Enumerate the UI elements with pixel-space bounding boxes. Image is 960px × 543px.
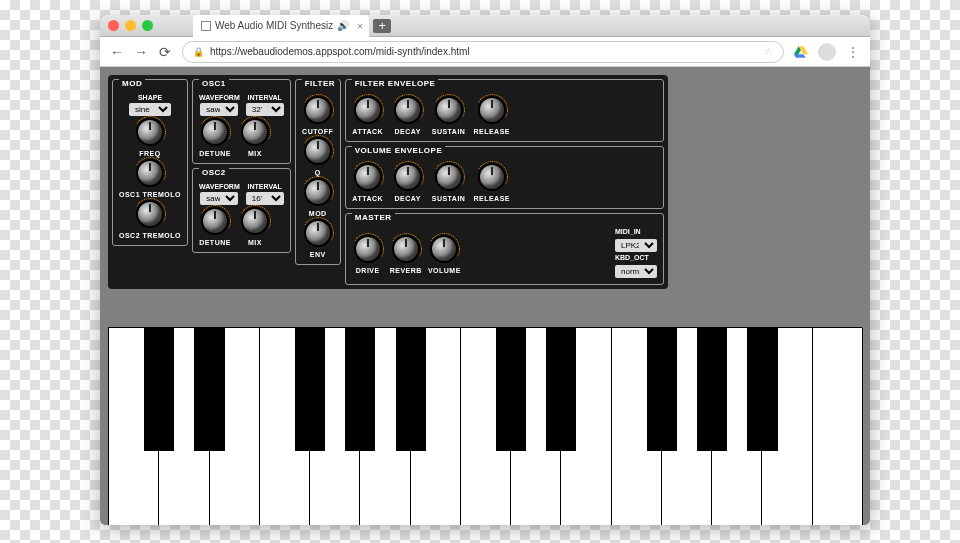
cutoff-knob[interactable] [304, 96, 332, 124]
q-knob[interactable] [304, 137, 332, 165]
audio-icon: 🔊 [337, 20, 349, 31]
reverb-knob[interactable] [392, 235, 420, 263]
new-tab-button[interactable]: + [373, 19, 391, 33]
bookmark-icon[interactable]: ☆ [764, 46, 773, 57]
osc2-mix-knob[interactable] [241, 207, 269, 235]
maximize-button[interactable] [142, 20, 153, 31]
mod-group: mod SHAPE sine FREQ OSC1 Tremolo OSC2 Tr… [112, 79, 188, 246]
venv-sustain-label: Sustain [432, 195, 466, 202]
drive-label: Drive [356, 267, 380, 274]
reverb-label: Reverb [390, 267, 422, 274]
venv-sustain-knob[interactable] [435, 163, 463, 191]
black-key[interactable] [647, 328, 677, 451]
osc2-interval-select[interactable]: 16' [246, 192, 284, 205]
window-controls [108, 20, 153, 31]
user-avatar[interactable] [818, 43, 836, 61]
shape-select[interactable]: sine [129, 103, 171, 116]
page-icon [201, 21, 211, 31]
fenv-decay-knob[interactable] [394, 96, 422, 124]
black-key[interactable] [496, 328, 526, 451]
black-key[interactable] [144, 328, 174, 451]
drive-icon[interactable] [794, 45, 808, 59]
browser-window: Web Audio MIDI Synthesiz 🔊 × + ← → ⟳ 🔒 h… [100, 15, 870, 525]
kbd-oct-select[interactable]: norma [615, 265, 657, 278]
fenv-decay-label: Decay [395, 128, 421, 135]
venv-decay-label: Decay [395, 195, 421, 202]
piano-keyboard[interactable] [108, 327, 862, 525]
volume-label: Volume [428, 267, 461, 274]
volume-envelope-group: Volume Envelope Attack Decay Sustain Rel… [345, 146, 664, 209]
close-button[interactable] [108, 20, 119, 31]
fenv-attack-label: Attack [352, 128, 383, 135]
osc1-title: OSC1 [199, 79, 229, 88]
fenv-title: Filter Envelope [352, 79, 439, 88]
kbd-oct-label: KBD_OCT [615, 254, 657, 261]
fenv-release-label: Release [473, 128, 510, 135]
black-key[interactable] [295, 328, 325, 451]
osc1-detune-label: Detune [199, 150, 231, 157]
venv-attack-knob[interactable] [354, 163, 382, 191]
forward-button[interactable]: → [134, 45, 148, 59]
osc2-mix-label: Mix [248, 239, 262, 246]
osc2-detune-label: Detune [199, 239, 231, 246]
mod-title: mod [119, 79, 145, 88]
midi-in-select[interactable]: LPK25 [615, 239, 657, 252]
volume-knob[interactable] [430, 235, 458, 263]
venv-release-label: Release [473, 195, 510, 202]
osc1-waveform-select[interactable]: saw [200, 103, 238, 116]
master-title: Master [352, 213, 395, 222]
filter-envelope-group: Filter Envelope Attack Decay Sustain Rel… [345, 79, 664, 142]
tab-close-icon[interactable]: × [357, 20, 363, 32]
osc1-mix-knob[interactable] [241, 118, 269, 146]
osc1-tremolo-knob[interactable] [136, 159, 164, 187]
midi-in-label: MIDI_IN [615, 228, 657, 235]
filter-mod-knob[interactable] [304, 178, 332, 206]
black-key[interactable] [345, 328, 375, 451]
osc1-mix-label: Mix [248, 150, 262, 157]
osc2-waveform-label: Waveform [199, 183, 240, 190]
drive-knob[interactable] [354, 235, 382, 263]
tab-title: Web Audio MIDI Synthesiz [215, 20, 333, 31]
fenv-attack-knob[interactable] [354, 96, 382, 124]
back-button[interactable]: ← [110, 45, 124, 59]
shape-label: SHAPE [138, 94, 162, 101]
osc2-waveform-select[interactable]: saw [200, 192, 238, 205]
osc1-interval-select[interactable]: 32' [246, 103, 284, 116]
osc2-tremolo-knob[interactable] [136, 200, 164, 228]
fenv-release-knob[interactable] [478, 96, 506, 124]
page-content: mod SHAPE sine FREQ OSC1 Tremolo OSC2 Tr… [100, 67, 870, 525]
black-key[interactable] [697, 328, 727, 451]
white-key[interactable] [813, 328, 863, 525]
reload-button[interactable]: ⟳ [158, 45, 172, 59]
url-text: https://webaudiodemos.appspot.com/midi-s… [210, 46, 470, 57]
freq-knob[interactable] [136, 118, 164, 146]
menu-icon[interactable]: ⋮ [846, 44, 860, 60]
black-key[interactable] [546, 328, 576, 451]
venv-release-knob[interactable] [478, 163, 506, 191]
black-key[interactable] [194, 328, 224, 451]
url-input[interactable]: 🔒 https://webaudiodemos.appspot.com/midi… [182, 41, 784, 63]
osc2-group: OSC2 Waveformsaw Interval16' Detune Mix [192, 168, 291, 253]
filter-title: Filter [302, 79, 338, 88]
osc2-detune-knob[interactable] [201, 207, 229, 235]
fenv-sustain-knob[interactable] [435, 96, 463, 124]
address-bar: ← → ⟳ 🔒 https://webaudiodemos.appspot.co… [100, 37, 870, 67]
fenv-sustain-label: Sustain [432, 128, 466, 135]
synth-panel: mod SHAPE sine FREQ OSC1 Tremolo OSC2 Tr… [108, 75, 668, 289]
osc1-detune-knob[interactable] [201, 118, 229, 146]
titlebar: Web Audio MIDI Synthesiz 🔊 × + [100, 15, 870, 37]
lock-icon: 🔒 [193, 47, 204, 57]
filter-env-knob[interactable] [304, 219, 332, 247]
black-key[interactable] [396, 328, 426, 451]
venv-attack-label: Attack [352, 195, 383, 202]
osc2-title: OSC2 [199, 168, 229, 177]
filter-group: Filter Cutoff Q Mod Env [295, 79, 341, 265]
minimize-button[interactable] [125, 20, 136, 31]
osc1-group: OSC1 Waveformsaw Interval32' Detune Mix [192, 79, 291, 164]
browser-tab[interactable]: Web Audio MIDI Synthesiz 🔊 × [193, 15, 369, 37]
osc1-waveform-label: Waveform [199, 94, 240, 101]
venv-decay-knob[interactable] [394, 163, 422, 191]
black-key[interactable] [747, 328, 777, 451]
osc2-interval-label: Interval [248, 183, 282, 190]
filter-env-label: Env [310, 251, 326, 258]
